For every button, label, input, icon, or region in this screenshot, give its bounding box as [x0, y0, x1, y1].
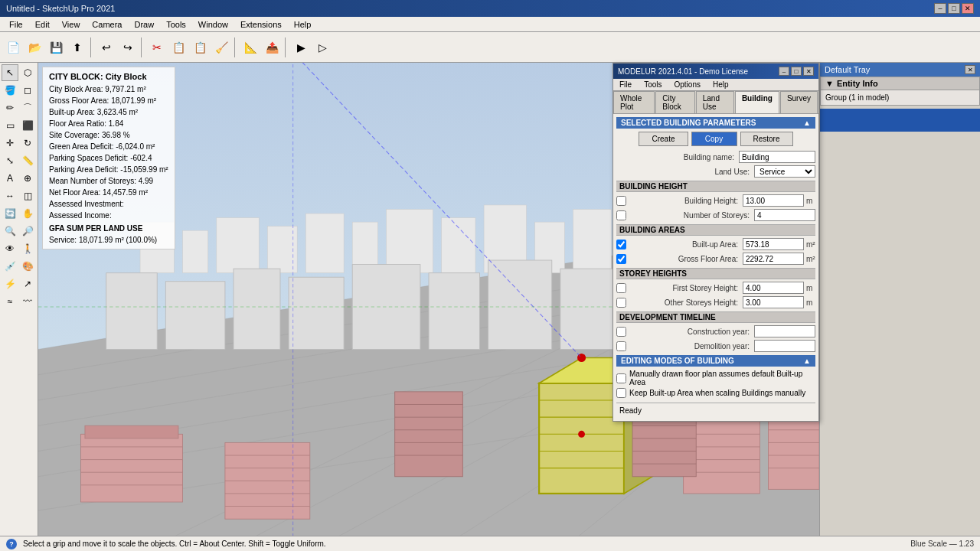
tray-close-button[interactable]: ✕	[965, 65, 975, 74]
menu-tools[interactable]: Tools	[160, 18, 192, 31]
first-storey-checkbox[interactable]	[616, 283, 626, 293]
tool-zoom-ext[interactable]: 🔎	[19, 223, 36, 240]
tool-paint[interactable]: 🪣	[2, 82, 18, 99]
tool-component[interactable]: ⬡	[19, 64, 36, 81]
building-height-input[interactable]	[743, 194, 804, 207]
tool-pencil[interactable]: ✏	[2, 99, 18, 116]
maximize-button[interactable]: □	[948, 3, 960, 14]
tool-text[interactable]: A	[2, 170, 18, 187]
create-button[interactable]: Create	[639, 132, 688, 146]
other-storeys-row: Other Storeys Height: m	[616, 296, 815, 308]
menu-window[interactable]: Window	[192, 18, 234, 31]
tool-more[interactable]: ▷	[312, 37, 332, 57]
close-button[interactable]: ✕	[962, 3, 974, 14]
tool-orbit[interactable]: 🔄	[2, 205, 18, 222]
tool-arc[interactable]: ⌒	[19, 99, 36, 116]
tool-export[interactable]: 📤	[262, 37, 282, 57]
tab-building[interactable]: Building	[735, 91, 779, 113]
tool-new[interactable]: 📄	[3, 37, 23, 57]
tool-interact[interactable]: ⚡	[2, 276, 18, 292]
menu-help[interactable]: Help	[288, 18, 318, 31]
tool-axes[interactable]: ⊕	[19, 170, 36, 187]
tool-redo[interactable]: ↪	[118, 37, 138, 57]
tool-lookaround[interactable]: 👁	[2, 240, 18, 257]
gfa-checkbox[interactable]	[616, 254, 626, 264]
tool-open[interactable]: 📂	[24, 37, 44, 57]
tool-section[interactable]: ◫	[19, 187, 36, 204]
first-storey-input[interactable]	[743, 282, 804, 294]
tool-cut[interactable]: ✂	[147, 37, 167, 57]
tool-follow[interactable]: ↗	[19, 276, 36, 292]
tool-dropper[interactable]: 💉	[2, 258, 18, 275]
modelur-menu-help[interactable]: Help	[707, 79, 735, 90]
tool-walk[interactable]: ▶	[291, 37, 311, 57]
copy-button[interactable]: Copy	[691, 132, 737, 146]
menu-draw[interactable]: Draw	[128, 18, 160, 31]
tool-save[interactable]: 💾	[46, 37, 66, 57]
tab-city-block[interactable]: City Block	[655, 91, 694, 113]
construction-year-checkbox[interactable]	[616, 327, 626, 337]
left-tool-row-4: ▭ ⬛	[2, 117, 36, 134]
tool-zoom[interactable]: 🔍	[2, 223, 18, 240]
building-name-input[interactable]	[739, 151, 815, 163]
built-up-area-input[interactable]	[743, 238, 804, 250]
modelur-menu-tools[interactable]: Tools	[638, 79, 668, 90]
tool-undo[interactable]: ↩	[96, 37, 116, 57]
edit-check-2[interactable]	[616, 388, 626, 398]
menu-view[interactable]: View	[56, 18, 87, 31]
tab-survey[interactable]: Survey	[780, 91, 818, 113]
menu-file[interactable]: File	[3, 18, 29, 31]
help-icon[interactable]: ?	[6, 539, 17, 549]
other-storeys-label: Other Storeys Height:	[629, 298, 743, 307]
tool-shapes[interactable]: ▭	[2, 117, 18, 134]
gfa-unit: m²	[806, 255, 815, 263]
modelur-menu-file[interactable]: File	[613, 79, 638, 90]
tool-scale[interactable]: ⤡	[2, 152, 18, 169]
building-height-checkbox[interactable]	[616, 196, 626, 206]
tool-dims[interactable]: ↔	[2, 187, 18, 204]
tool-paste[interactable]: 📋	[190, 37, 210, 57]
entity-info-section: ▼ Entity Info Group (1 in model)	[820, 77, 980, 106]
demolition-year-checkbox[interactable]	[616, 341, 626, 351]
tool-smooth[interactable]: 〰	[19, 293, 36, 310]
edit-check-row-1: Manually drawn floor plan assumes defaul…	[616, 370, 815, 386]
num-storeys-checkbox[interactable]	[616, 210, 626, 220]
tab-whole-plot[interactable]: Whole Plot	[613, 91, 655, 113]
right-panel: Default Tray ✕ ▼ Entity Info Group (1 in…	[819, 63, 980, 551]
tab-land-use[interactable]: Land Use	[696, 91, 734, 113]
tool-walkaround[interactable]: 🚶	[19, 240, 36, 257]
menu-camera[interactable]: Camera	[86, 18, 128, 31]
demolition-year-input[interactable]	[754, 340, 815, 352]
tool-rotate[interactable]: ↻	[19, 135, 36, 152]
tool-move[interactable]: ✛	[2, 135, 18, 152]
other-storeys-checkbox[interactable]	[616, 298, 626, 308]
restore-button[interactable]: Restore	[740, 132, 793, 146]
tool-sandbox[interactable]: ≈	[2, 293, 18, 310]
entity-info-header[interactable]: ▼ Entity Info	[821, 77, 979, 90]
tool-color[interactable]: 🎨	[19, 258, 36, 275]
land-use-select[interactable]: Service Residential Commercial Industria…	[754, 165, 815, 178]
tool-copy[interactable]: 📋	[168, 37, 188, 57]
menu-edit[interactable]: Edit	[29, 18, 56, 31]
num-storeys-input[interactable]	[754, 209, 815, 221]
construction-year-input[interactable]	[754, 325, 815, 337]
tool-eraser[interactable]: ◻	[19, 82, 36, 99]
modelur-minimize-button[interactable]: –	[779, 67, 789, 76]
other-storeys-input[interactable]	[743, 296, 804, 308]
tool-tape[interactable]: 📏	[19, 152, 36, 169]
tool-pan[interactable]: ✋	[19, 205, 36, 222]
tool-measure[interactable]: 📐	[240, 37, 260, 57]
modelur-restore-button[interactable]: □	[791, 67, 802, 76]
modelur-close-button[interactable]: ✕	[803, 67, 814, 76]
edit-check-1[interactable]	[616, 373, 626, 383]
built-up-area-checkbox[interactable]	[616, 240, 626, 249]
tool-upload[interactable]: ⬆	[67, 37, 87, 57]
tool-push[interactable]: ⬛	[19, 117, 36, 134]
minimize-button[interactable]: –	[934, 3, 946, 14]
tool-select[interactable]: ↖	[2, 64, 18, 81]
menu-extensions[interactable]: Extensions	[234, 18, 288, 31]
tool-erase[interactable]: 🧹	[211, 37, 231, 57]
modelur-menu-options[interactable]: Options	[668, 79, 706, 90]
gfa-input[interactable]	[743, 253, 804, 265]
info-line-4: Floor Area Ratio: 1.84	[49, 118, 168, 129]
